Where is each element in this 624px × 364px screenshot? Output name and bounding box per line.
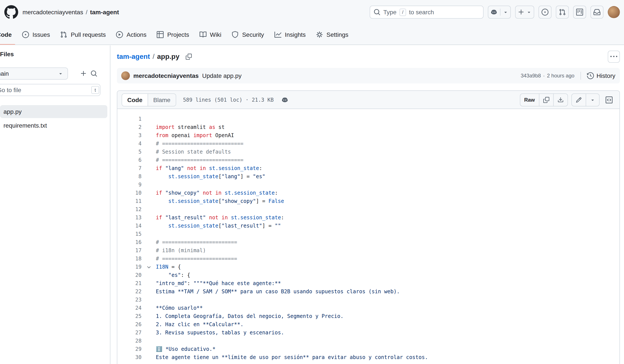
history-button[interactable]: History — [587, 72, 615, 79]
go-to-file-input[interactable]: Go to file t — [0, 84, 101, 96]
line-number[interactable]: 4 — [117, 140, 142, 148]
fold-spacer — [142, 320, 156, 329]
code-line-4: 4# ========================== — [117, 140, 619, 148]
line-number[interactable]: 18 — [117, 255, 142, 263]
code-text — [156, 181, 619, 189]
commit-sha-link[interactable]: 343a9b8 — [521, 73, 541, 79]
file-viewer: Code Blame 589 lines (501 loc) · 21.3 KB… — [117, 90, 620, 364]
commit-author-link[interactable]: mercadotecniayventas — [133, 72, 199, 79]
download-button[interactable] — [553, 94, 567, 106]
line-number[interactable]: 19 — [117, 263, 142, 271]
symbols-panel-button[interactable] — [603, 94, 615, 106]
tab-security[interactable]: Security — [228, 24, 267, 45]
search-files-button[interactable] — [89, 68, 99, 79]
line-number[interactable]: 22 — [117, 288, 142, 296]
fold-spacer — [142, 148, 156, 156]
new-file-button[interactable] — [78, 68, 89, 79]
line-number[interactable]: 23 — [117, 296, 142, 304]
line-number[interactable]: 29 — [117, 345, 142, 353]
line-number[interactable]: 8 — [117, 172, 142, 181]
tab-settings[interactable]: Settings — [312, 24, 352, 45]
line-number[interactable]: 5 — [117, 148, 142, 156]
raw-button[interactable]: Raw — [520, 94, 539, 106]
line-number[interactable]: 14 — [117, 222, 142, 230]
line-number[interactable]: 27 — [117, 329, 142, 337]
code-text — [156, 296, 619, 304]
edit-dropdown-button[interactable] — [586, 94, 599, 106]
search-icon — [90, 70, 97, 77]
line-number[interactable]: 11 — [117, 197, 142, 205]
notifications-button[interactable] — [590, 6, 603, 19]
code-line-26: 262. Haz clic en **Calcular**. — [117, 320, 619, 329]
line-number[interactable]: 20 — [117, 271, 142, 279]
file-tree-item-requirements.txt[interactable]: requirements.txt — [0, 119, 107, 132]
line-number[interactable]: 30 — [117, 353, 142, 362]
line-number[interactable]: 12 — [117, 205, 142, 214]
file-tree-item-app.py[interactable]: app.py — [0, 105, 107, 118]
line-number[interactable]: 6 — [117, 156, 142, 164]
tab-projects[interactable]: Projects — [154, 24, 193, 45]
line-number[interactable]: 28 — [117, 337, 142, 345]
history-label: History — [597, 72, 615, 79]
copy-raw-button[interactable] — [539, 94, 553, 106]
file-tree: app.pyrequirements.txt — [0, 105, 107, 133]
table-icon — [157, 31, 164, 38]
line-number[interactable]: 24 — [117, 304, 142, 312]
line-number[interactable]: 21 — [117, 279, 142, 288]
line-number[interactable]: 16 — [117, 238, 142, 246]
breadcrumb-repo-link[interactable]: tam-agent — [117, 53, 150, 61]
line-number[interactable]: 10 — [117, 189, 142, 197]
branch-selector[interactable]: main — [0, 68, 68, 80]
copilot-button[interactable] — [488, 6, 511, 19]
copilot-icon[interactable] — [281, 96, 288, 103]
pull-requests-button[interactable] — [556, 6, 569, 19]
code-line-28: 28 — [117, 337, 619, 345]
breadcrumb-separator: / — [86, 9, 87, 16]
commit-message-link[interactable]: Update app.py — [202, 72, 241, 79]
line-number[interactable]: 7 — [117, 164, 142, 172]
code-text: 1. Completa Geografía, Datos del negocio… — [156, 312, 619, 320]
tab-insights[interactable]: Insights — [271, 24, 309, 45]
line-number[interactable]: 2 — [117, 123, 142, 131]
fold-spacer — [142, 246, 156, 255]
projects-button[interactable] — [573, 6, 586, 19]
github-logo-icon[interactable] — [4, 5, 18, 19]
code-text — [156, 230, 619, 238]
download-icon — [557, 97, 563, 103]
edit-button[interactable] — [572, 94, 586, 106]
code-line-5: 5# Session state defaults — [117, 148, 619, 156]
tab-actions[interactable]: Actions — [113, 24, 150, 45]
shield-icon — [232, 31, 239, 38]
commit-time: 2 hours ago — [547, 73, 574, 79]
create-new-button[interactable] — [515, 6, 534, 19]
code-view-tab[interactable]: Code — [122, 94, 148, 106]
line-number[interactable]: 3 — [117, 131, 142, 140]
breadcrumb-repo-link[interactable]: tam-agent — [90, 9, 119, 16]
file-options-button[interactable] — [608, 51, 620, 63]
tab-pull-requests[interactable]: Pull requests — [57, 24, 109, 45]
search-placeholder-pre: Type — [383, 9, 396, 16]
line-number[interactable]: 13 — [117, 214, 142, 222]
fold-toggle-icon[interactable] — [142, 263, 156, 271]
commit-author-avatar[interactable] — [121, 71, 130, 80]
blame-view-tab[interactable]: Blame — [148, 94, 176, 106]
global-search-input[interactable]: Type / to search — [369, 6, 483, 19]
line-number[interactable]: 9 — [117, 181, 142, 189]
breadcrumb-separator: / — [153, 53, 155, 61]
tab-issues[interactable]: Issues — [19, 24, 53, 45]
commit-meta: 343a9b8 · 2 hours ago — [521, 73, 574, 79]
line-number[interactable]: 25 — [117, 312, 142, 320]
line-number[interactable]: 17 — [117, 246, 142, 255]
project-icon — [576, 9, 583, 16]
line-number[interactable]: 1 — [117, 115, 142, 123]
tab-code[interactable]: Code — [0, 24, 15, 45]
breadcrumb-owner-link[interactable]: mercadotecniayventas — [23, 9, 83, 16]
issues-button[interactable] — [538, 6, 551, 19]
line-number[interactable]: 26 — [117, 320, 142, 329]
code-text: # ======================== — [156, 255, 619, 263]
copy-path-button[interactable] — [184, 51, 194, 62]
user-avatar[interactable] — [608, 6, 620, 18]
code-text: 3. Revisa supuestos, tablas y escenarios… — [156, 329, 619, 337]
tab-wiki[interactable]: Wiki — [196, 24, 225, 45]
line-number[interactable]: 15 — [117, 230, 142, 238]
